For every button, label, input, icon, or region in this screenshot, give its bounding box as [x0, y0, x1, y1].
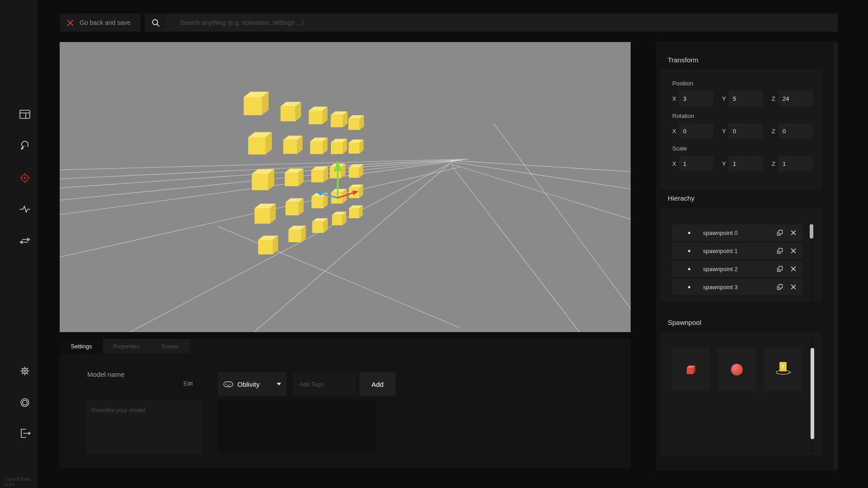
- spawn-cube[interactable]: [349, 164, 363, 178]
- spawn-cube[interactable]: [349, 115, 364, 130]
- settings-gear-icon[interactable]: [18, 364, 32, 378]
- hierarchy-scrollbar-thumb[interactable]: [810, 224, 813, 239]
- rotation-y-input[interactable]: 0: [729, 123, 763, 139]
- position-y-input[interactable]: 5: [729, 91, 763, 106]
- spawn-cube[interactable]: [349, 205, 363, 218]
- axis-x-label: X: [672, 128, 679, 135]
- version-label: Closed Beta v154: [4, 476, 38, 487]
- edit-button[interactable]: · · · Edit: [176, 377, 200, 387]
- viewport-canvas[interactable]: [60, 42, 631, 332]
- axis-x-label: X: [672, 95, 679, 102]
- spawn-cube[interactable]: [252, 169, 274, 190]
- activity-icon[interactable]: [18, 202, 32, 216]
- spawn-cube[interactable]: [311, 193, 328, 208]
- delete-icon[interactable]: [791, 230, 796, 235]
- hierarchy-item-label: spawnpoint 0: [703, 230, 738, 236]
- go-back-save-button[interactable]: Go back and save: [60, 14, 141, 32]
- spawn-cube[interactable]: [332, 212, 347, 225]
- duplicate-icon[interactable]: [777, 230, 783, 236]
- spawn-cube[interactable]: [312, 218, 328, 233]
- spawn-cube[interactable]: [258, 235, 278, 254]
- duplicate-icon[interactable]: [777, 284, 783, 290]
- spawn-cube[interactable]: [255, 204, 276, 224]
- transform-title: Transform: [668, 56, 698, 64]
- hierarchy-scrollbar[interactable]: [810, 221, 813, 300]
- hierarchy-item[interactable]: spawnpoint 0: [672, 225, 802, 241]
- bullet-icon: [688, 250, 690, 252]
- game-select-dropdown[interactable]: Oblivity: [218, 372, 287, 396]
- edit-label: Edit: [176, 380, 200, 387]
- delete-icon[interactable]: [791, 284, 796, 290]
- spawnpool-title: Spawnpool: [668, 319, 701, 326]
- hierarchy-item-label: spawnpoint 1: [703, 248, 738, 254]
- bullet-icon: [688, 232, 690, 234]
- spawn-cube[interactable]: [281, 102, 302, 122]
- spawn-cube[interactable]: [244, 92, 269, 115]
- spawn-cube[interactable]: [309, 107, 327, 124]
- spawnpool-item-red-sphere[interactable]: [717, 348, 756, 391]
- hierarchy-item[interactable]: spawnpoint 3: [672, 279, 802, 295]
- position-group: Position X 3 Y 5 Z 24: [672, 80, 822, 106]
- search-icon: [151, 19, 160, 27]
- token-t-icon: T: [775, 362, 791, 377]
- duplicate-icon[interactable]: [777, 248, 783, 254]
- scale-z-input[interactable]: 1: [778, 156, 813, 171]
- go-back-save-label: Go back and save: [80, 19, 131, 26]
- tab-properties[interactable]: Properties: [103, 339, 149, 353]
- red-sphere-icon: [731, 364, 743, 375]
- scale-y-input[interactable]: 1: [729, 156, 763, 171]
- spawn-cube[interactable]: [331, 139, 347, 154]
- axis-x-label: X: [672, 160, 679, 167]
- delete-icon[interactable]: [791, 266, 796, 272]
- logout-icon[interactable]: [18, 427, 32, 440]
- bullet-icon: [688, 268, 690, 270]
- rotation-z-input[interactable]: 0: [778, 123, 813, 139]
- search-icon-button[interactable]: [145, 14, 166, 32]
- tab-settings[interactable]: Settings: [60, 339, 103, 353]
- add-tags-input[interactable]: Add Tags: [293, 372, 356, 396]
- add-tags-placeholder: Add Tags: [299, 381, 324, 388]
- hierarchy-item[interactable]: spawnpoint 1: [672, 243, 802, 259]
- inspector-scrollbar[interactable]: [834, 43, 838, 469]
- spawnpool-item-red-cube[interactable]: [671, 348, 710, 391]
- tag-list-box: [218, 399, 376, 453]
- scale-label: Scale: [672, 145, 822, 152]
- transform-panel: Position X 3 Y 5 Z 24 Rotation X 0 Y 0 Z: [661, 69, 822, 190]
- axis-y-label: Y: [722, 160, 729, 167]
- spawn-cube[interactable]: [310, 138, 328, 154]
- add-tag-button[interactable]: Add: [359, 372, 396, 396]
- viewport[interactable]: [60, 42, 631, 332]
- rotation-x-input[interactable]: 0: [679, 123, 713, 139]
- spawnpool-panel: T: [661, 333, 822, 455]
- tab-scene[interactable]: Scene: [149, 339, 190, 353]
- search-placeholder: Search anything (e.g. scenarios, setting…: [180, 19, 303, 26]
- orbit-select-icon[interactable]: [18, 139, 32, 152]
- spawnpool-scrollbar-thumb[interactable]: [811, 348, 814, 439]
- swap-arrows-icon[interactable]: [18, 234, 32, 248]
- axis-z-label: Z: [772, 160, 778, 167]
- spawn-cube[interactable]: [248, 132, 272, 155]
- spawn-cube[interactable]: [285, 169, 303, 186]
- hierarchy-item-label: spawnpoint 3: [703, 284, 738, 291]
- layout-panels-icon[interactable]: [18, 108, 32, 121]
- position-z-input[interactable]: 24: [778, 91, 813, 106]
- spawnpool-item-token[interactable]: T: [764, 348, 802, 391]
- duplicate-icon[interactable]: [777, 266, 783, 272]
- delete-icon[interactable]: [791, 248, 796, 253]
- search-input[interactable]: Search anything (e.g. scenarios, setting…: [166, 14, 838, 32]
- spawnpool-scrollbar[interactable]: [811, 337, 814, 452]
- close-x-icon: [67, 19, 74, 26]
- target-icon[interactable]: [18, 171, 32, 185]
- spawn-cube[interactable]: [288, 226, 306, 242]
- scale-x-input[interactable]: 1: [679, 156, 713, 171]
- spawn-cube[interactable]: [311, 166, 328, 182]
- axis-z-label: Z: [772, 95, 778, 102]
- spawn-cube[interactable]: [283, 136, 303, 154]
- hierarchy-item[interactable]: spawnpoint 2: [672, 261, 802, 277]
- model-description-textarea[interactable]: Describe your model: [86, 399, 202, 454]
- spawn-cube[interactable]: [286, 198, 304, 216]
- record-icon[interactable]: [18, 396, 32, 409]
- spawn-cube[interactable]: [331, 111, 348, 127]
- spawn-cube[interactable]: [349, 140, 363, 154]
- position-x-input[interactable]: 3: [679, 91, 713, 106]
